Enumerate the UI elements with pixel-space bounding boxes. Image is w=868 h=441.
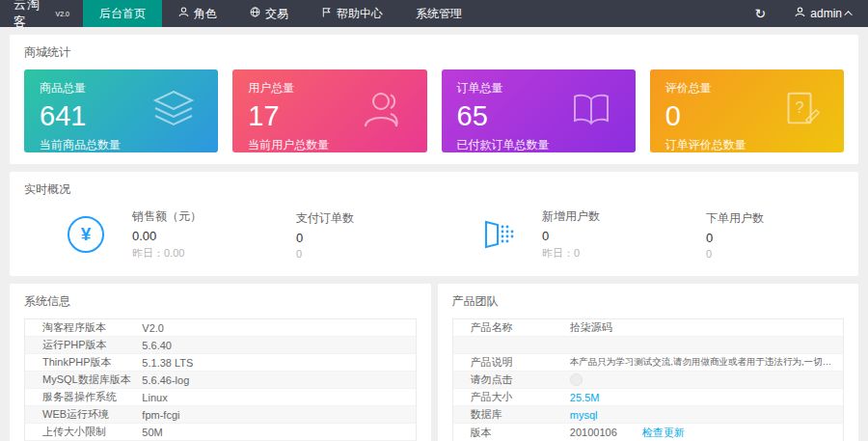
row-label: 数据库 <box>453 407 570 422</box>
stat-card-sub: 当前商品总数量 <box>40 137 203 152</box>
stat-new-users: 新增用户数 0 昨日：0 <box>542 208 679 261</box>
globe-icon <box>250 7 260 20</box>
main-content: 商城统计 商品总量 641 当前商品总数量 用户总量 17 当前用户总数量 订单… <box>0 27 868 441</box>
row-value: 25.5M <box>570 392 843 403</box>
stat-label: 支付订单数 <box>296 210 433 227</box>
navbar-right: ↻ admin <box>742 0 868 27</box>
check-update-link[interactable]: 检查更新 <box>642 427 685 438</box>
flag-icon <box>321 7 332 20</box>
nav-item-label: 角色 <box>194 6 217 22</box>
row-label: 请勿点击 <box>453 372 570 387</box>
product-team-table: 产品名称拾柒源码 产品说明本产品只为学习测试交流,请勿用做商业或者用于违法行为,… <box>452 318 845 441</box>
stat-paid-orders: 支付订单数 0 0 <box>296 210 433 260</box>
row-value: 5.6.46-log <box>142 374 415 386</box>
database-link[interactable]: mysql <box>570 409 598 421</box>
stat-sales-amount: 销售额（元） 0.00 昨日：0.00 <box>132 208 269 261</box>
table-row: 版本20100106检查更新 <box>453 424 844 441</box>
nav-item-home[interactable]: 后台首页 <box>83 0 162 27</box>
stat-ordering-users: 下单用户数 0 0 <box>706 210 843 260</box>
stat-card-orders[interactable]: 订单总量 65 已付款订单总数量 <box>442 69 636 152</box>
chevron-up-icon <box>844 11 852 18</box>
brand-name: 云淘客 <box>14 0 54 31</box>
row-value: 拾柒源码 <box>570 320 843 335</box>
book-icon <box>568 86 614 136</box>
row-value: 20100106检查更新 <box>570 426 843 440</box>
stats-panel: 商城统计 商品总量 641 当前商品总数量 用户总量 17 当前用户总数量 订单… <box>10 35 858 164</box>
table-row: 淘客程序版本V2.0 <box>25 319 416 337</box>
row-value: Linux <box>142 392 415 403</box>
row-value <box>570 373 843 387</box>
yen-circle-icon: ¥ <box>67 215 105 254</box>
system-info-title: 系统信息 <box>10 284 431 318</box>
row-label: ThinkPHP版本 <box>25 355 142 370</box>
realtime-panel: 实时概况 ¥ 销售额（元） 0.00 昨日：0.00 支付订单数 0 0 <box>10 172 858 276</box>
user-menu[interactable]: admin <box>779 0 868 27</box>
stat-sub: 0 <box>296 248 433 260</box>
row-label: 版本 <box>453 426 570 440</box>
row-value: fpm-fcgi <box>142 409 415 421</box>
nav-item-label: 系统管理 <box>416 6 462 22</box>
table-row: 运行PHP版本5.6.40 <box>25 337 416 354</box>
row-label: MySQL数据库版本 <box>25 372 142 387</box>
nav-item-system[interactable]: 系统管理 <box>399 0 478 27</box>
row-value: V2.0 <box>142 322 415 334</box>
row-value: 50M <box>142 427 415 438</box>
row-label: WEB运行环境 <box>25 407 142 422</box>
nav-item-trade[interactable]: 交易 <box>233 0 305 27</box>
stats-panel-title: 商城统计 <box>10 35 858 69</box>
version-value: 20100106 <box>570 427 617 438</box>
system-info-panel: 系统信息 淘客程序版本V2.0 运行PHP版本5.6.40 ThinkPHP版本… <box>10 284 431 441</box>
product-size-link[interactable]: 25.5M <box>570 392 600 403</box>
stat-value: 0 <box>296 231 433 245</box>
refresh-button[interactable]: ↻ <box>742 0 780 27</box>
system-info-table: 淘客程序版本V2.0 运行PHP版本5.6.40 ThinkPHP版本5.1.3… <box>24 318 417 441</box>
building-dots-icon <box>476 215 515 254</box>
top-navbar: 云淘客V2.0 后台首页 角色 交易 帮助中心 系统管理 ↻ admin <box>0 0 868 27</box>
table-row: ThinkPHP版本5.1.38 LTS <box>25 354 416 372</box>
row-label: 服务器操作系统 <box>25 390 142 404</box>
stat-value: 0.00 <box>132 229 269 243</box>
row-label: 上传大小限制 <box>25 425 142 439</box>
row-label: 淘客程序版本 <box>25 320 142 335</box>
nav-item-roles[interactable]: 角色 <box>162 0 233 27</box>
brand-logo[interactable]: 云淘客V2.0 <box>0 0 83 27</box>
product-team-title: 产品团队 <box>438 284 859 318</box>
stat-card-sub: 当前用户总数量 <box>248 137 411 152</box>
table-row: 服务器操作系统Linux <box>25 389 416 406</box>
realtime-panel-title: 实时概况 <box>10 172 858 207</box>
layers-icon <box>150 86 197 136</box>
refresh-icon: ↻ <box>755 6 767 21</box>
bottom-section: 系统信息 淘客程序版本V2.0 运行PHP版本5.6.40 ThinkPHP版本… <box>10 284 858 441</box>
svg-text:?: ? <box>796 98 804 116</box>
row-label: 产品说明 <box>453 355 570 370</box>
stat-sub: 昨日：0.00 <box>132 246 269 261</box>
stat-sub: 0 <box>706 248 843 260</box>
nav-item-help-center[interactable]: 帮助中心 <box>305 0 399 27</box>
stat-card-sub: 订单评价总数量 <box>665 137 828 152</box>
realtime-group-sales: ¥ 销售额（元） 0.00 昨日：0.00 支付订单数 0 0 <box>24 208 434 261</box>
circle-placeholder-icon[interactable] <box>570 373 583 386</box>
row-value: 5.6.40 <box>142 340 415 351</box>
nav-item-label: 帮助中心 <box>337 6 383 22</box>
row-label: 运行PHP版本 <box>25 338 142 352</box>
table-row: 上传大小限制50M <box>25 424 416 441</box>
nav-item-label: 交易 <box>265 6 288 22</box>
brand-version: V2.0 <box>56 11 69 17</box>
row-value: mysql <box>570 409 843 421</box>
stat-label: 销售额（元） <box>132 208 269 225</box>
nav-item-label: 后台首页 <box>99 6 146 22</box>
table-row: 数据库mysql <box>453 406 844 424</box>
stat-card-sub: 已付款订单总数量 <box>457 137 620 152</box>
row-label: 产品大小 <box>453 390 570 404</box>
stat-card-users[interactable]: 用户总量 17 当前用户总数量 <box>232 69 426 152</box>
table-row: 产品说明本产品只为学习测试交流,请勿用做商业或者用于违法行为,一切后果自负 <box>453 354 844 372</box>
stat-label: 下单用户数 <box>706 210 843 227</box>
user-icon <box>360 86 406 136</box>
table-row: 请勿点击 <box>453 372 844 389</box>
note-question-icon: ? <box>778 87 823 135</box>
stat-card-goods[interactable]: 商品总量 641 当前商品总数量 <box>24 69 218 152</box>
stat-card-reviews[interactable]: 评价总量 0 订单评价总数量 ? <box>650 69 844 152</box>
realtime-group-users: 新增用户数 0 昨日：0 下单用户数 0 0 <box>434 208 844 261</box>
stat-value: 0 <box>542 229 679 243</box>
product-team-panel: 产品团队 产品名称拾柒源码 产品说明本产品只为学习测试交流,请勿用做商业或者用于… <box>438 284 859 441</box>
